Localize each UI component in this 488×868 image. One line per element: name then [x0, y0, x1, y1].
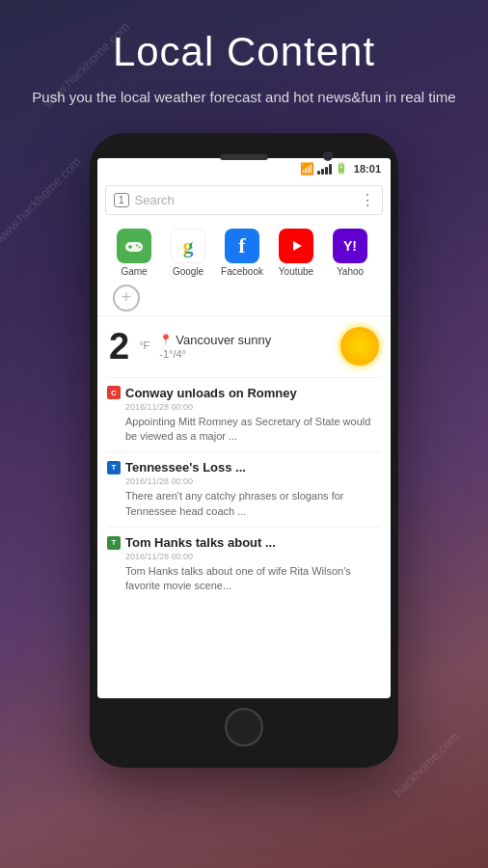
phone-camera — [323, 151, 333, 161]
search-placeholder[interactable]: Search — [135, 193, 360, 207]
status-icons: 📶 🔋 18:01 — [300, 162, 381, 176]
google-icon: g — [171, 229, 205, 263]
city-name: Vancouver — [176, 333, 234, 347]
phone-top — [97, 145, 391, 158]
watermark-3: hackhome.com — [391, 729, 461, 800]
news-header-2: T Tennessee's Loss ... — [107, 460, 381, 475]
phone-mockup: 📶 🔋 18:01 1 Search ⋮ — [90, 133, 398, 768]
app-item-game[interactable]: Game — [109, 229, 159, 277]
page-subtitle: Push you the local weather forecast and … — [19, 87, 469, 109]
signal-bar-3 — [325, 167, 328, 175]
news-favicon-3: T — [107, 536, 121, 550]
degree-unit: °F — [139, 339, 149, 351]
news-date-3: 2016/11/28 00:00 — [125, 552, 381, 561]
status-time: 18:01 — [354, 163, 381, 175]
app-item-yahoo[interactable]: Y! Yahoo — [325, 229, 375, 277]
news-title-2: Tennessee's Loss ... — [125, 460, 381, 475]
add-app-button[interactable]: + — [113, 285, 140, 312]
search-bar[interactable]: 1 Search ⋮ — [105, 185, 383, 215]
signal-bar-2 — [321, 169, 324, 175]
news-excerpt-1: Appointing Mitt Romney as Secretary of S… — [125, 415, 381, 445]
game-icon — [117, 229, 151, 263]
youtube-icon — [279, 229, 313, 263]
wifi-icon: 📶 — [300, 162, 314, 176]
news-excerpt-2: There aren't any catchy phrases or sloga… — [125, 489, 381, 519]
news-section: C Conway unloads on Romney 2016/11/28 00… — [97, 377, 391, 602]
home-button[interactable] — [225, 708, 263, 746]
battery-icon: 🔋 — [335, 162, 348, 175]
app-item-google[interactable]: g Google — [163, 229, 213, 277]
facebook-icon: f — [225, 229, 259, 263]
phone-screen: 📶 🔋 18:01 1 Search ⋮ — [97, 158, 391, 698]
tab-counter: 1 — [114, 193, 129, 207]
svg-point-4 — [139, 246, 141, 248]
page-title: Local Content — [19, 29, 469, 75]
app-item-youtube[interactable]: Youtube — [271, 229, 321, 277]
app-item-facebook[interactable]: f Facebook — [217, 229, 267, 277]
location-pin-icon: 📍 — [159, 334, 173, 346]
news-item-1[interactable]: C Conway unloads on Romney 2016/11/28 00… — [107, 377, 381, 452]
phone-frame: 📶 🔋 18:01 1 Search ⋮ — [90, 133, 398, 768]
app-label-youtube: Youtube — [279, 266, 313, 277]
news-header-1: C Conway unloads on Romney — [107, 386, 381, 400]
weather-info: 📍 Vancouver sunny -1°/4° — [159, 333, 335, 360]
svg-point-3 — [136, 244, 138, 246]
news-title-1: Conway unloads on Romney — [125, 386, 381, 400]
news-header-3: T Tom Hanks talks about ... — [107, 535, 381, 550]
app-label-facebook: Facebook — [221, 266, 263, 277]
news-date-1: 2016/11/28 00:00 — [125, 402, 381, 412]
temp-unit: °F — [139, 341, 149, 351]
news-favicon-2: T — [107, 461, 121, 475]
news-item-3[interactable]: T Tom Hanks talks about ... 2016/11/28 0… — [107, 527, 381, 602]
app-label-yahoo: Yahoo — [337, 266, 364, 277]
news-title-3: Tom Hanks talks about ... — [125, 535, 381, 550]
signal-bar-4 — [329, 164, 332, 175]
home-button-area — [97, 698, 391, 750]
app-label-google: Google — [173, 266, 203, 277]
city-row: 📍 Vancouver sunny — [159, 333, 335, 347]
weather-section: 2 °F 📍 Vancouver sunny -1°/4° — [97, 315, 391, 377]
news-date-2: 2016/11/28 00:00 — [125, 476, 381, 486]
app-grid: Game g Google f Facebook — [97, 221, 391, 281]
menu-dots-icon[interactable]: ⋮ — [360, 191, 374, 209]
signal-bar-1 — [317, 171, 320, 175]
header-section: Local Content Push you the local weather… — [0, 0, 488, 119]
svg-rect-2 — [129, 245, 131, 249]
yahoo-icon: Y! — [333, 229, 367, 263]
temperature-range: -1°/4° — [159, 348, 335, 360]
news-favicon-1: C — [107, 386, 121, 399]
sun-icon — [340, 327, 379, 366]
watermark-2: www.hackhome.com — [0, 154, 84, 246]
signal-bars — [317, 163, 332, 175]
app-label-game: Game — [121, 266, 147, 277]
status-bar: 📶 🔋 18:01 — [97, 158, 391, 179]
news-item-2[interactable]: T Tennessee's Loss ... 2016/11/28 00:00 … — [107, 451, 381, 527]
temperature-value: 2 — [109, 326, 129, 367]
phone-speaker — [220, 154, 268, 160]
news-excerpt-3: Tom Hanks talks about one of wife Rita W… — [125, 564, 381, 594]
weather-condition: sunny — [237, 333, 271, 347]
